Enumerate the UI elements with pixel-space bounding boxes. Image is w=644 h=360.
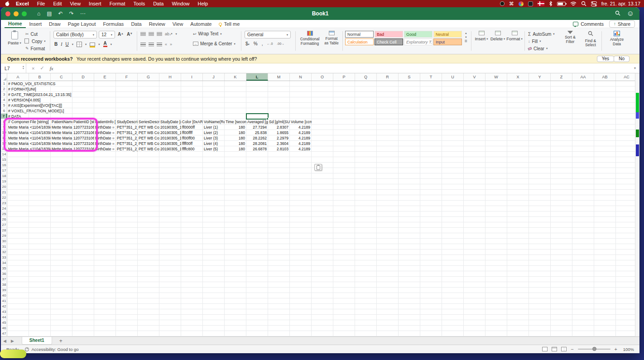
bold-button[interactable]: B (54, 42, 58, 47)
row-header-32[interactable]: 32 (1, 250, 7, 255)
currency-button[interactable]: $▾ (245, 41, 250, 46)
align-middle-button[interactable] (149, 32, 154, 36)
cell-N10[interactable]: 4.2189 (290, 130, 312, 135)
comma-button[interactable]: , (262, 41, 263, 46)
name-box-stepper-icon[interactable]: ▲▼ (22, 65, 24, 70)
spotlight-icon[interactable] (581, 1, 586, 6)
menu-insert[interactable]: Insert (85, 0, 106, 7)
cell-G13[interactable]: PET WB Corr (138, 146, 159, 152)
cancel-icon[interactable]: × (32, 66, 34, 71)
cell-style-bad[interactable]: Bad (375, 31, 403, 38)
normal-view-button[interactable] (542, 347, 548, 351)
cell-N13[interactable]: 4.2189 (290, 146, 312, 152)
undo-icon[interactable]: ↶ (58, 10, 63, 17)
ribbon-tab-insert[interactable]: Insert (26, 20, 46, 28)
row-header-39[interactable]: 39 (1, 288, 7, 293)
paste-options-button[interactable] (314, 164, 322, 171)
cell-J12[interactable]: Liver (4) (203, 141, 225, 146)
bluetooth-icon[interactable] (549, 1, 553, 6)
ribbon-tab-view[interactable]: View (169, 20, 187, 28)
no-button[interactable]: No (614, 56, 630, 62)
col-header-L[interactable]: L (246, 73, 268, 81)
row-header-21[interactable]: 21 (1, 190, 7, 195)
cell-H12[interactable]: 20190305_11 (159, 141, 181, 146)
cell-L11[interactable]: 28.2262 (246, 135, 268, 141)
row-header-26[interactable]: 26 (1, 217, 7, 222)
prev-sheet-icon[interactable]: ◀ (1, 339, 9, 343)
row-header-46[interactable]: 46 (1, 326, 7, 331)
page-break-view-button[interactable] (561, 347, 567, 351)
cell-L8[interactable]: Averaged [g/ (246, 119, 268, 125)
menu-edit[interactable]: Edit (49, 0, 66, 7)
search-icon[interactable] (615, 10, 620, 18)
selection-border[interactable] (246, 113, 269, 120)
cell-K8[interactable]: Time [secon (225, 119, 246, 125)
cell-L9[interactable]: 27.7294 (246, 125, 268, 130)
sheet-tab-sheet1[interactable]: Sheet1 (22, 337, 52, 345)
ribbon-tab-formulas[interactable]: Formulas (100, 20, 128, 28)
ribbon-tab-data[interactable]: Data (127, 20, 145, 28)
row-header-42[interactable]: 42 (1, 304, 7, 309)
align-left-button[interactable] (140, 43, 146, 47)
wrap-text-button[interactable]: ↩Wrap Text▾ (193, 31, 221, 36)
enter-check-icon[interactable]: ✓ (40, 65, 44, 71)
row-header-30[interactable]: 30 (1, 239, 7, 244)
cells-layer[interactable]: # PMOD_VOI_STATISTICS# FORMAT[UNI]# DATE… (1, 81, 638, 336)
col-header-U[interactable]: U (442, 73, 464, 81)
row-header-18[interactable]: 18 (1, 173, 7, 179)
col-header-V[interactable]: V (464, 73, 485, 81)
cell-G9[interactable]: PET WB Corr (138, 125, 159, 130)
cell-H11[interactable]: 20190305_11 (159, 135, 181, 141)
cell-H13[interactable]: 20190305_11 (159, 146, 181, 152)
cell-K9[interactable]: 180 (225, 125, 246, 130)
cell-A1[interactable]: # PMOD_VOI_STATISTICS (8, 81, 56, 86)
cell-K10[interactable]: 180 (225, 130, 246, 135)
cell-L12[interactable]: 28.2081 (246, 141, 268, 146)
row-header-45[interactable]: 45 (1, 320, 7, 326)
cell-K13[interactable]: 180 (225, 146, 246, 152)
row-header-19[interactable]: 19 (1, 179, 7, 184)
page-layout-view-button[interactable] (552, 347, 557, 351)
cell-J13[interactable]: Liver (5) (203, 146, 225, 152)
cell-style-normal[interactable]: Normal (345, 31, 374, 38)
menu-view[interactable]: View (66, 0, 85, 7)
align-bottom-button[interactable] (157, 32, 162, 36)
increase-decimal-button[interactable]: ←.0 (267, 42, 273, 45)
wifi-icon[interactable] (570, 1, 577, 6)
denmark-flag-icon[interactable] (538, 1, 544, 6)
cell-N12[interactable]: 4.2189 (290, 141, 312, 146)
menu-help[interactable]: Help (194, 0, 212, 7)
clear-button[interactable]: Clear▾ (528, 45, 555, 52)
control-center-icon[interactable] (591, 1, 597, 6)
menu-window[interactable]: Window (168, 0, 193, 7)
decrease-decimal-button[interactable]: .00→ (277, 42, 284, 45)
italic-button[interactable]: I (61, 42, 62, 47)
more-icon[interactable]: ⋯ (80, 10, 86, 17)
col-header-A[interactable]: A (7, 73, 29, 81)
battery-icon[interactable] (557, 2, 566, 6)
cell-style-good[interactable]: Good (404, 31, 433, 38)
row-header-27[interactable]: 27 (1, 222, 7, 228)
cell-M10[interactable]: 1.8655 (268, 130, 290, 135)
gallery-up-icon[interactable]: ▴ (465, 31, 467, 34)
cell-F8[interactable]: StudyDescrip (116, 119, 138, 125)
align-top-button[interactable] (140, 32, 146, 36)
cell-G11[interactable]: PET WB Corr (138, 135, 159, 141)
cell-N9[interactable]: 4.2189 (290, 125, 312, 130)
col-header-AA[interactable]: AA (572, 73, 594, 81)
cell-G12[interactable]: PET WB Corr (138, 141, 159, 146)
col-header-R[interactable]: R (377, 73, 399, 81)
row-header-28[interactable]: 28 (1, 228, 7, 233)
cell-M9[interactable]: 2.8307 (268, 125, 290, 130)
accessibility-status[interactable]: Accessibility: Good to go (25, 347, 78, 352)
font-size-select[interactable]: 12▾ (99, 31, 115, 38)
col-header-Y[interactable]: Y (529, 73, 551, 81)
row-header-36[interactable]: 36 (1, 271, 7, 277)
cell-F10[interactable]: PET^351_2_1 (116, 130, 138, 135)
copy-button[interactable]: Copy▾ (25, 38, 46, 45)
fill-handle[interactable] (266, 118, 269, 120)
cell-style-input[interactable]: Input (433, 38, 462, 45)
row-header-6[interactable]: 6 (1, 108, 7, 114)
row-header-29[interactable]: 29 (1, 233, 7, 239)
col-header-T[interactable]: T (420, 73, 442, 81)
